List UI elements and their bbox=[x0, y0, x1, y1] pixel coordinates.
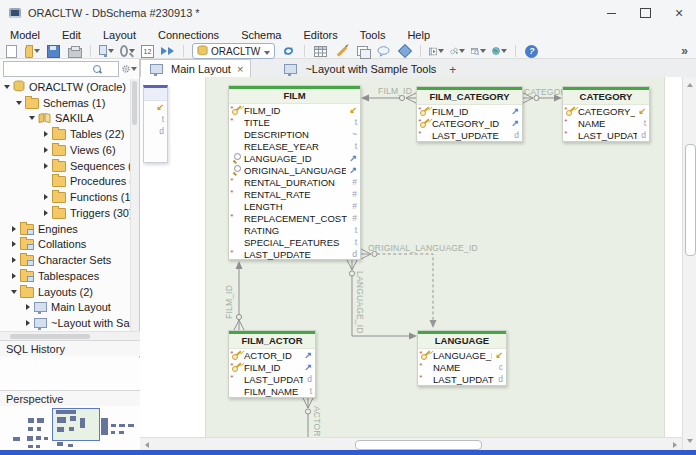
table-category[interactable]: CATEGORY CATEGORY_ID NAMEt LAST_UPDATEd bbox=[562, 86, 650, 142]
cardinality-badge-button[interactable]: 12 bbox=[141, 45, 154, 58]
perspective-minimap[interactable] bbox=[0, 406, 140, 450]
perspective-header[interactable]: Perspective bbox=[0, 390, 140, 406]
tree-vertical-scrollbar[interactable] bbox=[130, 79, 139, 331]
web-publish-button[interactable] bbox=[492, 45, 507, 58]
column-row[interactable]: RENTAL_DURATION# bbox=[229, 176, 360, 188]
connection-selector[interactable]: ORACLTW bbox=[192, 43, 275, 59]
column-row[interactable]: LENGTH# bbox=[229, 200, 360, 212]
column-row[interactable]: FILM_NAMEt bbox=[229, 385, 315, 397]
column-row[interactable]: TITLEt bbox=[229, 116, 360, 128]
column-row[interactable]: CATEGORY_ID bbox=[563, 105, 649, 117]
expander-icon[interactable] bbox=[10, 241, 18, 247]
tree-item-tablespaces[interactable]: Tablespaces bbox=[0, 268, 132, 284]
column-row[interactable]: NAMEc bbox=[418, 361, 506, 373]
column-row[interactable]: RELEASE_YEARt bbox=[229, 140, 360, 152]
column-row[interactable]: LAST_UPDATEd bbox=[563, 129, 649, 141]
tree-item-engines[interactable]: Engines bbox=[0, 221, 132, 237]
column-row[interactable]: LAST_UPDATEd bbox=[229, 248, 360, 260]
minimize-button[interactable] bbox=[594, 0, 628, 26]
table-header[interactable]: CATEGORY bbox=[563, 87, 649, 105]
menu-item-editors[interactable]: Editors bbox=[292, 26, 348, 44]
data-explorer-button[interactable] bbox=[471, 45, 486, 58]
tree-item-collations[interactable]: Collations bbox=[0, 237, 132, 253]
expander-icon[interactable] bbox=[42, 194, 50, 200]
column-row[interactable]: DESCRIPTION~ bbox=[229, 128, 360, 140]
column-row[interactable]: CATEGORY_ID bbox=[417, 117, 522, 129]
column-row[interactable]: FILM_ID bbox=[229, 104, 360, 116]
canvas-horizontal-scrollbar[interactable] bbox=[140, 437, 682, 450]
expander-icon[interactable] bbox=[10, 226, 18, 232]
column-row[interactable]: RATINGt bbox=[229, 224, 360, 236]
fit-page-button[interactable] bbox=[160, 45, 175, 58]
close-button[interactable] bbox=[662, 0, 696, 26]
column-row[interactable]: ORIGINAL_LANGUAGE_ID bbox=[229, 164, 360, 176]
scroll-down-icon[interactable] bbox=[687, 439, 693, 443]
column-row[interactable]: LAST_UPDATEd bbox=[418, 373, 506, 385]
column-row[interactable]: SPECIAL_FEATURESt bbox=[229, 236, 360, 248]
table-film-actor[interactable]: FILM_ACTOR ACTOR_ID FILM_ID LAST_UPDATEd… bbox=[228, 330, 316, 398]
expander-icon[interactable] bbox=[28, 116, 36, 120]
save-button[interactable] bbox=[46, 45, 61, 58]
tree-item-character-sets[interactable]: Character Sets bbox=[0, 252, 132, 268]
edit-button[interactable] bbox=[334, 45, 349, 58]
canvas-vertical-scrollbar[interactable] bbox=[682, 77, 696, 450]
tab-close-icon[interactable] bbox=[237, 63, 243, 75]
menu-item-edit[interactable]: Edit bbox=[51, 26, 92, 44]
tree-item-triggers[interactable]: Triggers (30) bbox=[0, 205, 132, 221]
relation-label[interactable]: ACTOR bbox=[312, 406, 322, 436]
new-model-button[interactable] bbox=[4, 45, 19, 58]
expander-icon[interactable] bbox=[42, 147, 50, 153]
refactor-button[interactable] bbox=[450, 45, 465, 58]
scrollbar-thumb[interactable] bbox=[685, 144, 696, 256]
scrollbar-thumb[interactable] bbox=[355, 440, 482, 450]
scroll-right-icon[interactable] bbox=[673, 442, 677, 448]
column-row[interactable]: LANGUAGE_ID bbox=[229, 152, 360, 164]
table-header[interactable]: LANGUAGE bbox=[418, 331, 506, 349]
table-film[interactable]: FILM FILM_ID TITLEt DESCRIPTION~ RELEASE… bbox=[228, 85, 361, 260]
relation-film-film_actor[interactable] bbox=[234, 261, 244, 330]
open-model-button[interactable] bbox=[25, 45, 40, 58]
menu-item-connections[interactable]: Connections bbox=[147, 26, 230, 44]
print-button[interactable] bbox=[67, 45, 82, 58]
scrollbar-thumb[interactable] bbox=[10, 334, 90, 339]
tree-item-views[interactable]: Views (6) bbox=[0, 142, 132, 158]
duplicate-layout-button[interactable] bbox=[355, 45, 370, 58]
expander-icon[interactable] bbox=[15, 101, 23, 105]
column-row[interactable]: ACTOR_ID bbox=[229, 349, 315, 361]
tree-item-tables[interactable]: Tables (22) bbox=[0, 126, 132, 142]
column-row[interactable]: LAST_UPDATEd bbox=[229, 373, 315, 385]
menu-item-tools[interactable]: Tools bbox=[349, 26, 397, 44]
table-film-category[interactable]: FILM_CATEGORY FILM_ID CATEGORY_ID LAST_U… bbox=[416, 86, 523, 142]
search-input[interactable] bbox=[3, 61, 119, 77]
tree-item-main-layout[interactable]: Main Layout bbox=[0, 300, 132, 316]
expander-icon[interactable] bbox=[42, 210, 50, 216]
table-header[interactable]: FILM bbox=[229, 86, 360, 104]
scroll-up-icon[interactable] bbox=[687, 83, 693, 87]
expander-icon[interactable] bbox=[42, 163, 50, 169]
column-row[interactable]: FILM_ID bbox=[229, 361, 315, 373]
relation-label[interactable]: ORIGINAL_LANGUAGE_ID bbox=[368, 243, 478, 253]
menu-item-help[interactable]: Help bbox=[396, 26, 441, 44]
maximize-button[interactable] bbox=[628, 0, 662, 26]
expander-icon[interactable] bbox=[24, 304, 32, 310]
presentation-button[interactable] bbox=[99, 45, 114, 58]
refresh-button[interactable] bbox=[281, 45, 296, 58]
toolbar-overflow-button[interactable] bbox=[677, 45, 692, 58]
tree-item-sakila[interactable]: SAKILA bbox=[0, 111, 132, 127]
column-row[interactable]: REPLACEMENT_COST# bbox=[229, 212, 360, 224]
filter-settings-button[interactable] bbox=[122, 63, 137, 76]
help-button[interactable] bbox=[524, 45, 539, 58]
zoom-button[interactable] bbox=[120, 45, 135, 58]
table-header[interactable]: FILM_ACTOR bbox=[229, 331, 315, 349]
sql-history-header[interactable]: SQL History bbox=[0, 340, 140, 356]
new-table-button[interactable] bbox=[313, 45, 328, 58]
relation-label[interactable]: LANGUAGE_ID bbox=[355, 271, 365, 337]
menu-item-layout[interactable]: Layout bbox=[92, 26, 147, 44]
relation-label[interactable]: FILM_ID bbox=[224, 273, 234, 319]
menu-item-model[interactable]: Model bbox=[0, 26, 51, 44]
relation-label[interactable]: FILM_ID bbox=[364, 86, 412, 96]
column-row[interactable]: FILM_ID bbox=[417, 105, 522, 117]
expander-icon[interactable] bbox=[10, 257, 18, 263]
diagram-canvas[interactable]: t d bbox=[140, 77, 682, 437]
column-row[interactable]: RENTAL_RATE# bbox=[229, 188, 360, 200]
